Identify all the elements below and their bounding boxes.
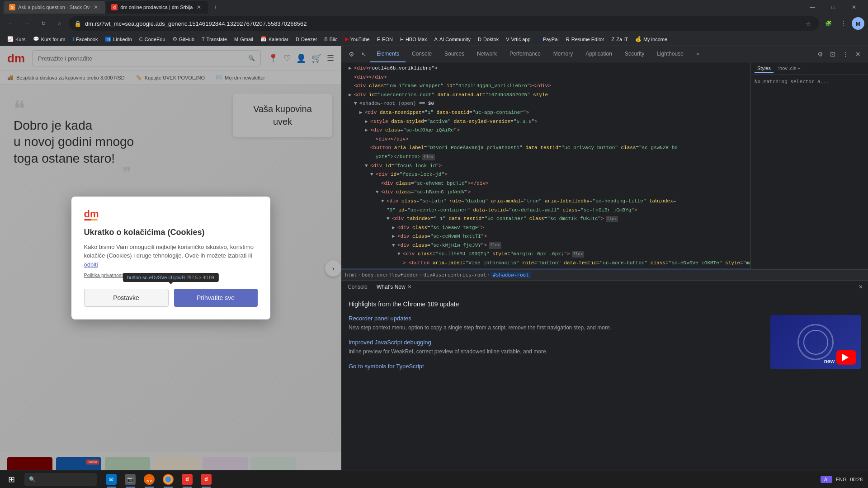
devtools-inspect-icon[interactable]: ↖	[358, 48, 370, 61]
bm-doktok[interactable]: DDoktok	[474, 34, 502, 45]
dt-tab-lighthouse[interactable]: Lighthouse	[651, 46, 690, 62]
bm-linkedin[interactable]: inLinkedIn	[101, 34, 135, 45]
whats-new-title: Highlights from the Chrome 109 update	[349, 300, 861, 308]
privacy-policy-link[interactable]: Politika privatnosti	[84, 272, 124, 278]
dt-tab-application[interactable]: Application	[579, 46, 618, 62]
new-badge: new	[824, 358, 835, 365]
bm-vrtic[interactable]: VVrtić app	[502, 34, 534, 45]
taskbar-item-dmdrogerie[interactable]: d	[178, 470, 196, 488]
tab-close-dm[interactable]: ✕	[195, 4, 203, 11]
bm-deezer[interactable]: DDeezer	[292, 34, 321, 45]
home-button[interactable]: ⌂	[52, 16, 67, 31]
html-line: "0" id="uc-center-container" data-testid…	[341, 206, 750, 215]
bm-github[interactable]: ⚙GitHub	[169, 34, 198, 45]
bm-za-it[interactable]: ZZa IT	[608, 34, 631, 45]
html-line-shadow-root: ▼ #shadow-root (open) == $0	[341, 99, 750, 108]
tab-stackoverflow[interactable]: S Ask a public question - Stack Ov ✕	[4, 1, 105, 14]
dt-more-icon[interactable]: ⋮	[839, 48, 852, 61]
html-line: ▼ <div tabindex="-1" data-testid="uc-con…	[341, 215, 750, 224]
html-panel[interactable]: ▶ <div> rootl4q6b_vorikliebro"> <div></d…	[341, 62, 750, 269]
taskbar-search[interactable]: 🔍	[24, 473, 97, 486]
taskbar-item-dm-online[interactable]: d	[197, 470, 215, 488]
cookie-accept-button[interactable]: Prihvatite sve	[174, 289, 258, 307]
taskbar-item-screenshots[interactable]: 📷	[121, 470, 139, 488]
styles-tab[interactable]: Styles	[755, 65, 774, 73]
html-line: ▶ <div class="sc-iAEawV tEtgF" >	[341, 224, 750, 233]
address-box[interactable]: 🔒 dm.rs/?wt_mc=sea.google.ads_generic.15…	[69, 16, 819, 31]
taskbar-item-chrome[interactable]	[159, 470, 177, 488]
html-line: <div></div>	[341, 135, 750, 144]
bm-translate[interactable]: TTranslate	[198, 34, 231, 45]
whats-new-tab-close[interactable]: ✕	[407, 284, 412, 290]
bm-my-income[interactable]: 💰My income	[632, 34, 671, 45]
settings-icon[interactable]: ⋮	[836, 16, 851, 31]
dt-tab-sources[interactable]: Sources	[438, 46, 471, 62]
bookmark-star-icon[interactable]: ☆	[803, 18, 814, 29]
start-button[interactable]: ⊞	[0, 470, 23, 488]
bm-kurs-forum[interactable]: 💬Kurs forum	[29, 34, 69, 45]
close-button[interactable]: ✕	[844, 0, 864, 14]
dt-focus-icon[interactable]: ⊡	[826, 48, 839, 61]
dt-tab-security[interactable]: Security	[618, 46, 651, 62]
youtube-play-icon[interactable]	[836, 350, 856, 365]
dt-tab-memory[interactable]: Memory	[547, 46, 579, 62]
new-tab-button[interactable]: +	[209, 1, 222, 14]
hov-cls-tab[interactable]: :hov .cls +	[775, 65, 803, 73]
tab-close-stackoverflow[interactable]: ✕	[92, 4, 99, 11]
bc-body[interactable]: body.overflowHidden	[362, 272, 419, 278]
tooltip-class: button.sc-eDvSVe.cUjcwB	[127, 275, 185, 280]
tab-dm[interactable]: d dm online prodavnica | dm Srbija ✕	[106, 1, 208, 14]
cookie-settings-button[interactable]: Postavke	[84, 289, 169, 307]
taskbar: ⊞ 🔍 ✉ 📷 🦊	[0, 470, 868, 488]
extensions-icon[interactable]: 🧩	[821, 16, 835, 31]
html-line: <div class="sc-ehvNmt bpCTJd" ></div>	[341, 179, 750, 188]
dt-tab-network[interactable]: Network	[471, 46, 503, 62]
bm-ai-community[interactable]: AAI Community	[431, 34, 474, 45]
dt-whats-new-tab[interactable]: What's New ✕	[372, 281, 416, 293]
dt-close-icon[interactable]: ✕	[852, 48, 864, 61]
reload-button[interactable]: ↻	[36, 16, 51, 31]
back-button[interactable]: ←	[4, 16, 18, 31]
taskbar-item-inbox[interactable]: ✉	[102, 470, 120, 488]
taskbar-item-firefox[interactable]: 🦊	[140, 470, 158, 488]
dt-tab-console[interactable]: Console	[406, 46, 438, 62]
taskbar-search-icon: 🔍	[29, 476, 36, 483]
maximize-button[interactable]: □	[823, 0, 844, 14]
taskbar-ai-button[interactable]: Ai	[821, 476, 832, 483]
bc-shadow-root[interactable]: #shadow-root	[491, 272, 530, 278]
bm-eon[interactable]: EEON	[373, 34, 396, 45]
dt-settings-icon[interactable]: ⚙	[814, 48, 826, 61]
whats-new-panel: Highlights from the Chrome 109 update Re…	[341, 293, 868, 470]
styles-content: No matching selector a...	[751, 75, 868, 88]
cookie-reject-link[interactable]: odbiti	[84, 261, 98, 268]
dt-bottom-close[interactable]: ✕	[855, 282, 866, 292]
forward-button[interactable]: →	[20, 16, 34, 31]
bm-resume[interactable]: RResume Editor	[562, 34, 608, 45]
bm-blic[interactable]: BBlic	[321, 34, 341, 45]
bm-codeedu[interactable]: CCodeEdu	[136, 34, 169, 45]
minimize-button[interactable]: —	[802, 0, 823, 14]
bm-kurs[interactable]: 📈Kurs	[4, 34, 29, 45]
devtools-header: ⚙ ↖ Elements Console Sources Network Per…	[341, 46, 868, 62]
dt-tab-elements[interactable]: Elements	[370, 46, 406, 62]
wn-video-thumbnail[interactable]: new	[770, 315, 861, 369]
dt-tab-performance[interactable]: Performance	[503, 46, 547, 62]
cookie-modal-buttons: Postavke Prihvatite sve	[84, 289, 258, 307]
bm-kalendar[interactable]: 📅Kalendar	[257, 34, 292, 45]
bc-html[interactable]: html	[345, 272, 357, 278]
bm-hbomax[interactable]: HHBO Max	[396, 34, 431, 45]
profile-avatar[interactable]: M	[852, 17, 864, 30]
bc-usercentrics[interactable]: div#usercentrics-root	[424, 272, 486, 278]
bm-youtube[interactable]: ▶YouTube	[341, 34, 373, 45]
wn-js-desc: Inline preview for WeakRef, correct prev…	[349, 347, 763, 356]
bm-gmail[interactable]: MGmail	[231, 34, 257, 45]
devtools-dock-icon[interactable]: ⚙	[345, 48, 358, 61]
dt-console-tab[interactable]: Console	[343, 281, 372, 293]
html-line: ▶ <div class="sc-bcXHqe iQAiRc" >	[341, 126, 750, 135]
bm-paypal[interactable]: PPayPal	[534, 34, 562, 45]
dt-breadcrumb: html › body.overflowHidden › div#usercen…	[341, 269, 868, 280]
dt-tab-more[interactable]: »	[690, 46, 706, 62]
whats-new-tab-label: What's New	[377, 284, 406, 290]
cookie-modal-overlay: dm Ukratko o kolačićima (Cookies) Kako b…	[0, 46, 341, 470]
bm-facebook[interactable]: fFacebook	[69, 34, 101, 45]
